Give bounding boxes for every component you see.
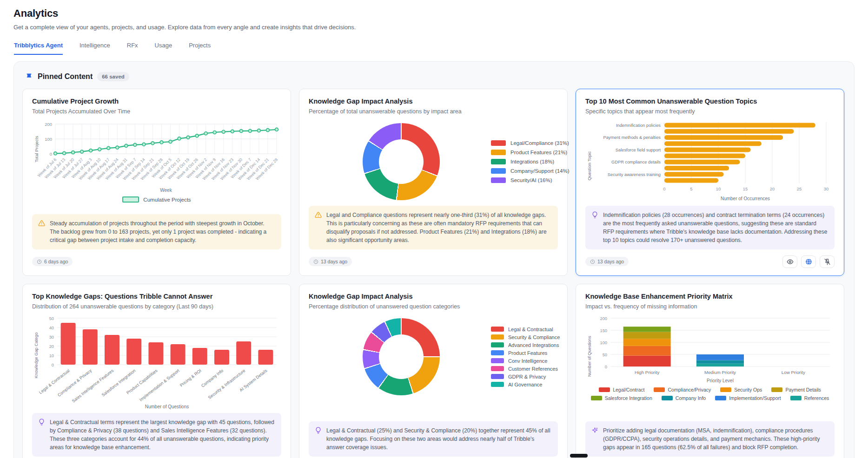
card-knowledge-gap-impact-analysis-2[interactable]: Knowledge Gap Impact Analysis Percentage… <box>299 284 568 458</box>
tab-rfx[interactable]: RFx <box>127 42 138 55</box>
svg-text:GDPR compliance details: GDPR compliance details <box>611 160 661 164</box>
svg-text:0: 0 <box>50 151 52 157</box>
globe-icon <box>805 258 812 265</box>
card-actions <box>782 255 835 268</box>
svg-text:50: 50 <box>603 353 607 357</box>
page-header: Analytics Get a complete view of your ag… <box>0 0 868 31</box>
chart-legend: Legal/ContractCompliance/PrivacySecurity… <box>585 387 835 401</box>
bar <box>664 123 815 128</box>
chart-legend: Legal/Compliance (31%)Product Features (… <box>491 140 570 183</box>
lightbulb-icon <box>591 211 598 218</box>
insight-box: Prioritize adding legal documentation (M… <box>585 421 835 457</box>
card-top-knowledge-gaps[interactable]: Top Knowledge Gaps: Questions Tribble Ca… <box>22 284 291 458</box>
svg-text:Question Topic: Question Topic <box>587 151 592 180</box>
screen-artifact <box>570 454 588 458</box>
legend-item: References <box>790 395 829 401</box>
legend-item: Product Features (21%) <box>491 150 570 155</box>
legend-item: Legal/Contract <box>599 387 644 393</box>
tab-usage[interactable]: Usage <box>155 42 172 55</box>
insight-box: Legal & Contractual (25%) and Security &… <box>309 421 558 457</box>
chart-legend: Cumulative Projects <box>32 196 281 203</box>
card-title: Knowledge Gap Impact Analysis <box>309 98 558 105</box>
svg-text:0: 0 <box>663 186 665 191</box>
legend-item: Advanced Integrations <box>491 342 560 348</box>
legend-item: Security Ops <box>720 387 762 393</box>
data-point <box>169 140 172 144</box>
svg-text:Pricing & ROI: Pricing & ROI <box>179 368 202 388</box>
bar-segment <box>696 354 744 360</box>
svg-text:Company Info: Company Info <box>200 368 224 388</box>
data-point <box>142 143 146 146</box>
data-point <box>151 142 154 145</box>
tab-projects[interactable]: Projects <box>189 42 211 55</box>
legend-item: Company/Support (14%) <box>491 168 570 174</box>
card-priority-matrix[interactable]: Knowledge Base Enhancement Priority Matr… <box>576 284 844 458</box>
unpin-icon <box>824 258 831 265</box>
donut-chart-question-categories: Legal & ContractualSecurity & Compliance… <box>309 314 558 401</box>
donut <box>363 123 440 200</box>
data-point <box>125 144 128 147</box>
bar <box>664 129 794 134</box>
legend-item: Security & Compliance <box>491 334 560 340</box>
tab-intelligence[interactable]: Intelligence <box>80 42 110 55</box>
chart-svg: 01020304050Legal & ContractualCompliance… <box>32 314 282 411</box>
view-button[interactable] <box>782 255 797 268</box>
svg-text:Indemnification policies: Indemnification policies <box>616 123 661 128</box>
svg-text:0: 0 <box>52 363 54 367</box>
donut-chart: Legal/Compliance (31%)Product Features (… <box>309 123 558 200</box>
bar-segment <box>623 346 671 356</box>
eye-icon <box>787 258 794 265</box>
card-top-10-unanswerable-topics[interactable]: Top 10 Most Common Unanswerable Question… <box>576 89 844 276</box>
data-point <box>116 146 119 149</box>
tab-tribblytics-agent[interactable]: Tribblytics Agent <box>14 42 63 55</box>
pinned-title: Pinned Content <box>38 72 93 81</box>
clock-icon <box>37 259 42 264</box>
insight-text: Legal & Contractual terms represent the … <box>50 418 275 451</box>
bar <box>664 178 718 183</box>
clock-icon <box>590 259 595 264</box>
insight-text: Legal & Contractual (25%) and Security &… <box>326 426 552 451</box>
publish-button[interactable] <box>801 255 816 268</box>
svg-text:0: 0 <box>605 365 607 369</box>
pinned-cards-grid: Cumulative Project Growth Total Projects… <box>22 89 846 458</box>
svg-text:100: 100 <box>45 137 52 142</box>
legend-item: Product Features <box>491 350 560 356</box>
data-point <box>186 136 190 139</box>
chart-svg: 050100150200High PriorityMedium Priority… <box>585 314 835 384</box>
insight-box: Legal & Contractual terms represent the … <box>32 413 281 457</box>
data-point <box>160 141 163 144</box>
data-point <box>72 151 75 154</box>
data-point <box>89 149 93 152</box>
bar <box>105 335 119 365</box>
bar <box>258 350 273 365</box>
card-knowledge-gap-impact-analysis[interactable]: Knowledge Gap Impact Analysis Percentage… <box>299 89 568 276</box>
data-point <box>54 152 57 155</box>
lightbulb-icon <box>38 419 45 425</box>
saved-count-badge: 66 saved <box>97 72 129 81</box>
clock-icon <box>313 259 318 264</box>
card-title: Knowledge Gap Impact Analysis <box>309 293 558 300</box>
bar-segment <box>623 356 671 366</box>
data-point <box>275 128 278 131</box>
card-title: Knowledge Base Enhancement Priority Matr… <box>585 293 835 300</box>
timestamp-badge: 13 days ago <box>585 257 629 266</box>
insight-text: Prioritize adding legal documentation (M… <box>603 426 828 451</box>
data-point <box>195 134 199 137</box>
pinned-content-panel: Pinned Content 66 saved Cumulative Proje… <box>13 61 855 458</box>
svg-text:Salesforce field support: Salesforce field support <box>616 148 661 152</box>
svg-text:Total Projects: Total Projects <box>34 136 39 162</box>
bar-segment <box>696 360 744 363</box>
legend-item: Conv Intelligence <box>491 358 560 364</box>
data-point <box>98 148 101 151</box>
chart-legend: Legal & ContractualSecurity & Compliance… <box>491 327 560 387</box>
bar <box>664 135 783 140</box>
insight-text: Indemnification policies (28 occurrences… <box>603 211 828 244</box>
svg-text:50: 50 <box>49 316 54 321</box>
card-cumulative-project-growth[interactable]: Cumulative Project Growth Total Projects… <box>22 89 291 276</box>
unpin-button[interactable] <box>820 255 835 268</box>
svg-text:100: 100 <box>600 340 607 345</box>
svg-text:20: 20 <box>770 186 775 191</box>
card-subtitle: Percentage of total unanswerable questio… <box>309 108 558 115</box>
legend-item: Legal/Compliance (31%) <box>491 140 570 146</box>
hbar-chart-question-topics: 051015202530Indemnification policiesPaym… <box>585 119 835 205</box>
